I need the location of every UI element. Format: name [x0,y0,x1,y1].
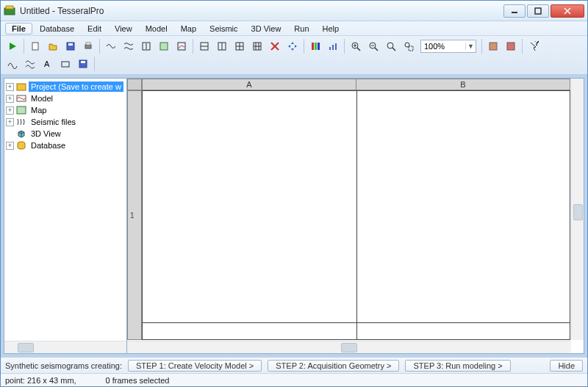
svg-rect-32 [329,47,331,50]
wave2-icon[interactable] [121,38,137,54]
expand-icon[interactable]: + [6,142,14,150]
menubar: File Database Edit View Model Map Seismi… [1,21,587,36]
tree-label: Database [29,140,68,151]
tree-label: 3D View [29,129,63,139]
menu-model[interactable]: Model [140,23,173,35]
menu-edit[interactable]: Edit [82,23,107,35]
zoom-input[interactable] [421,40,465,52]
run-icon[interactable] [4,38,21,54]
svg-rect-29 [312,43,314,50]
open-icon[interactable] [45,38,61,54]
svg-rect-33 [332,45,334,50]
print-icon[interactable] [80,38,96,54]
row-headers[interactable]: 1 [127,90,142,340]
project-tree[interactable]: + Project (Save to create w + Model + Ma… [4,79,126,341]
horizontal-scrollbar[interactable] [127,341,571,353]
text-tool-icon[interactable]: A [40,56,56,72]
grid-cols-icon[interactable] [214,38,230,54]
wave1-icon[interactable] [103,38,119,54]
expand-icon[interactable]: + [6,106,14,115]
svg-rect-14 [160,43,168,50]
menu-file[interactable]: File [5,23,32,35]
menu-seismic[interactable]: Seismic [204,23,244,35]
status-frames: 0 frames selected [106,376,170,385]
grid-area[interactable] [142,90,570,340]
tree-item-3dview[interactable]: 3D View [6,128,125,140]
zoom-rect-icon[interactable] [401,38,417,54]
tree-label: Project (Save to create w [29,82,123,92]
grid-rows-icon[interactable] [196,38,212,54]
expand-icon[interactable]: + [6,83,14,91]
svg-rect-30 [315,43,317,50]
steps-label: Synthetic seismograms creating: [5,361,122,370]
expand-icon[interactable]: + [6,118,14,126]
svg-rect-45 [409,46,413,51]
shape-tool-icon[interactable] [57,56,74,72]
move-icon[interactable] [284,38,301,54]
panel-a-icon[interactable] [485,38,501,54]
svg-rect-31 [318,43,320,50]
wave-tool-icon[interactable] [4,56,21,72]
save-tool-icon[interactable] [75,56,91,72]
delete-icon[interactable] [267,38,283,54]
palette-icon[interactable] [307,38,323,54]
tree-item-model[interactable]: + Model [6,93,125,104]
menu-help[interactable]: Help [317,23,345,35]
map-icon[interactable] [156,38,172,54]
svg-rect-50 [62,62,69,67]
tree-item-map[interactable]: + Map [6,104,125,116]
close-button[interactable] [551,4,584,18]
expand-icon[interactable]: + [6,95,14,103]
menu-run[interactable]: Run [288,23,315,35]
save-icon[interactable] [62,38,79,54]
waves-tool-icon[interactable] [22,56,38,72]
column-header-b[interactable]: B [356,79,570,90]
scrollbar-thumb[interactable] [341,343,357,352]
svg-line-43 [392,48,395,51]
seismic-icon [16,117,26,127]
app-window: Untitled - TesseralPro File Database Edi… [0,0,588,387]
svg-rect-9 [68,43,73,46]
scrollbar-thumb[interactable] [573,204,583,220]
menu-3dview[interactable]: 3D View [245,23,287,35]
tree-item-seismic[interactable]: + Seismic files [6,116,125,128]
tree-item-project[interactable]: + Project (Save to create w [6,81,125,93]
tree-hscrollbar[interactable] [4,341,126,353]
chart-icon[interactable] [325,38,341,54]
svg-rect-10 [85,45,91,48]
menu-view[interactable]: View [109,23,138,35]
curve-panel-icon[interactable] [173,38,190,54]
svg-line-40 [375,48,378,51]
step3-button[interactable]: STEP 3: Run modeling > [405,360,510,372]
table-fit-icon[interactable] [249,38,265,54]
maximize-button[interactable] [527,4,549,18]
zoom-out-icon[interactable] [365,38,381,54]
help-context-icon[interactable]: ? [526,38,542,54]
menu-database[interactable]: Database [34,23,80,35]
scrollbar-thumb[interactable] [18,343,34,352]
zoom-combo[interactable]: ▼ [420,40,476,53]
tree-item-database[interactable]: + Database [6,140,125,151]
chevron-down-icon[interactable]: ▼ [465,43,476,50]
svg-rect-46 [490,43,497,50]
step2-button[interactable]: STEP 2: Acquisition Geometry > [268,360,399,372]
grid-icon[interactable] [232,38,248,54]
step1-button[interactable]: STEP 1: Create Velocity Model > [128,360,262,372]
vertical-scrollbar[interactable] [571,79,584,340]
zoom-fit-icon[interactable] [383,38,399,54]
database-icon [16,140,26,151]
zoom-in-icon[interactable] [348,38,364,54]
worksheet[interactable]: A B 1 [127,79,584,353]
minimize-button[interactable] [503,4,526,18]
column-header-a[interactable]: A [142,79,356,90]
project-icon [16,82,26,92]
sheet-corner[interactable] [127,79,142,90]
new-icon[interactable] [27,38,43,54]
svg-text:A: A [44,59,50,68]
hide-button[interactable]: Hide [550,360,583,372]
svg-rect-1 [6,6,13,9]
panel-b-icon[interactable] [503,38,519,54]
svg-line-36 [357,48,360,51]
frame-add-icon[interactable] [138,38,154,54]
menu-map[interactable]: Map [175,23,202,35]
